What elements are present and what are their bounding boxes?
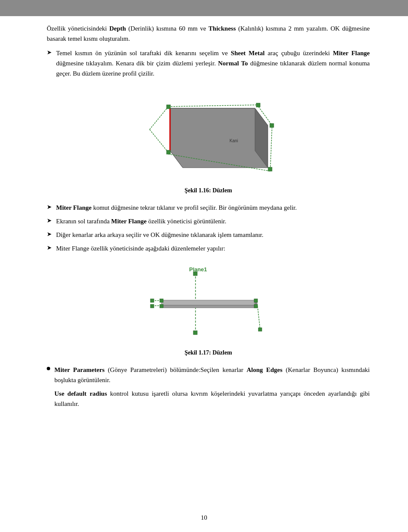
svg-line-13 [270, 127, 272, 169]
bullet-item-2: ➤ Miter Flange komut düğmesine tekrar tı… [47, 203, 370, 213]
svg-line-7 [150, 129, 168, 152]
svg-line-6 [150, 107, 168, 129]
page-number-text: 10 [201, 514, 207, 521]
bullet-dot-icon [47, 367, 50, 370]
bullet1-text1: Temel kısmın ön yüzünün sol taraftaki di… [56, 50, 231, 56]
intro-paragraph: Özellik yöneticisindeki Depth (Derinlik)… [47, 23, 370, 44]
bullet-2-content: Miter Flange komut düğmesine tekrar tıkl… [56, 203, 370, 213]
along-edges-bold: Along Edges [246, 366, 282, 373]
svg-rect-21 [162, 300, 255, 305]
svg-marker-22 [162, 305, 257, 308]
arrow-icon-1: ➤ [47, 49, 52, 56]
header-bar [0, 0, 408, 16]
bullet-item-3: ➤ Ekranın sol tarafında Miter Flange öze… [47, 216, 370, 226]
figure-2-image: Plane1 [140, 262, 276, 347]
svg-line-9 [168, 105, 258, 107]
figure-1-caption: Şekil 1.16: Düzlem [47, 187, 370, 194]
svg-rect-27 [254, 304, 258, 308]
arrow-icon-2: ➤ [47, 203, 52, 210]
bullet-item-4: ➤ Diğer kenarlar arka arkaya seçilir ve … [47, 230, 370, 240]
arrow-icon-4: ➤ [47, 231, 52, 237]
svg-rect-32 [150, 299, 154, 302]
sheet-metal-bold: Sheet Metal [231, 50, 265, 56]
svg-rect-33 [150, 304, 154, 308]
bullet3-text1: Ekranın sol tarafında [56, 218, 111, 225]
dot-bullet-1-content: Miter Parameters (Gönye Parametreleri) b… [54, 365, 370, 385]
miter-flange-bold3: Miter Flange [111, 218, 147, 225]
svg-text:Plane1: Plane1 [189, 266, 207, 273]
svg-marker-0 [170, 108, 268, 168]
fig2-caption-bold: Şekil 1.17: Düzlem [184, 349, 232, 356]
svg-rect-10 [256, 103, 260, 107]
bullet-item-1: ➤ Temel kısmın ön yüzünün sol taraftaki … [47, 48, 370, 79]
depth-bold: Depth [109, 25, 126, 32]
svg-rect-25 [160, 304, 163, 308]
use-default-radius-bold: Use default radius [54, 390, 107, 397]
bullet-5-content: Miter Flange özellik yöneticisinde aşağı… [56, 243, 370, 253]
svg-text:Kani: Kani [230, 138, 238, 143]
figure-1-image: Kani [136, 87, 280, 185]
svg-rect-26 [254, 299, 258, 302]
content-area: Özellik yöneticisindeki Depth (Derinlik)… [47, 23, 370, 409]
svg-rect-8 [167, 150, 170, 154]
figure-2-caption: Şekil 1.17: Düzlem [47, 349, 370, 356]
page-number: 10 [201, 514, 207, 521]
figure-1-container: Kani Şekil 1.16: Düzlem [47, 87, 370, 194]
bullet1-text3: düğmesine tıklayalım. Kenara dik bir çiz… [56, 60, 218, 67]
thickness-bold: Thickness [209, 25, 236, 32]
bullet-4-content: Diğer kenarlar arka arkaya seçilir ve OK… [56, 230, 370, 240]
svg-line-29 [258, 306, 260, 329]
bullet-3-content: Ekranın sol tarafında Miter Flange özell… [56, 216, 370, 226]
para1-text1: Özellik yöneticisindeki [47, 25, 109, 32]
bullet-1-content: Temel kısmın ön yüzünün sol taraftaki di… [56, 48, 370, 79]
bullet3-text2: özellik yöneticisi görüntülenir. [147, 218, 226, 225]
dot-bullet-1: Miter Parameters (Gönye Parametreleri) b… [47, 365, 370, 385]
svg-rect-12 [270, 124, 274, 127]
dot-bullet1-text1: (Gönye Parametreleri) bölümünde:Seçilen … [105, 366, 246, 373]
miter-flange-bold1: Miter Flange [333, 50, 370, 56]
indent-paragraph-1: Use default radius kontrol kutusu işaret… [54, 388, 370, 409]
bullet1-text2: araç çubuğu üzerindeki [265, 50, 333, 56]
arrow-icon-5: ➤ [47, 244, 52, 251]
figure-2-container: Plane1 [47, 262, 370, 356]
bullet2-text: komut düğmesine tekrar tıklanır ve profi… [91, 204, 297, 211]
svg-rect-20 [193, 331, 197, 335]
para1-text2: (Derinlik) kısmına 60 mm ve [126, 25, 208, 32]
arrow-icon-3: ➤ [47, 217, 52, 224]
bullet-item-5: ➤ Miter Flange özellik yöneticisinde aşa… [47, 243, 370, 253]
fig1-caption-bold: Şekil 1.16: Düzlem [184, 187, 232, 194]
normal-to-bold: Normal To [218, 60, 248, 67]
svg-rect-19 [193, 272, 197, 276]
miter-parameters-bold: Miter Parameters [54, 366, 105, 373]
miter-flange-bold2: Miter Flange [56, 204, 91, 211]
